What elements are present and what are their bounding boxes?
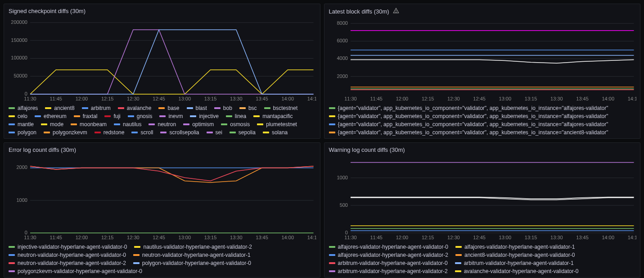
legend-swatch (74, 115, 80, 117)
legend-swatch (455, 270, 461, 272)
legend-swatch (264, 107, 270, 109)
panel-error-log[interactable]: Error log count diffs (30m) 01000200011:… (4, 142, 320, 278)
legend-item[interactable]: alfajores-validator-hyperlane-agent-vali… (455, 244, 575, 250)
legend-item[interactable]: blast (187, 105, 207, 111)
legend-label: arbitrum-validator-hyperlane-agent-valid… (338, 260, 448, 266)
legend-label: polygonzkevm (53, 129, 87, 136)
legend-item[interactable]: scrollsepolia (160, 129, 199, 136)
chart-error[interactable]: 01000200011:3011:4512:0012:1512:3012:451… (4, 157, 320, 241)
svg-text:13:00: 13:00 (179, 235, 191, 240)
legend-item[interactable]: scroll (131, 129, 153, 136)
legend-item[interactable]: neutron-validator-hyperlane-agent-valida… (9, 260, 126, 266)
legend-item[interactable]: linea (226, 113, 246, 119)
svg-text:14:15: 14:15 (307, 235, 316, 240)
legend-item[interactable]: arbitrum (82, 105, 111, 111)
legend-item[interactable]: solana (263, 129, 288, 136)
legend-item[interactable]: polygon-validator-hyperlane-agent-valida… (133, 260, 251, 266)
legend-item[interactable]: {agent="validator", app_kubernetes_io_co… (329, 113, 608, 119)
legend-item[interactable]: alfajores-validator-hyperlane-agent-vali… (329, 252, 448, 258)
legend-item[interactable]: bsctestnet (264, 105, 298, 111)
legend-item[interactable]: mantle (9, 121, 34, 128)
legend-item[interactable]: {agent="validator", app_kubernetes_io_co… (329, 129, 608, 136)
panel-signed-checkpoint[interactable]: Signed checkpoint diffs (30m) 0500001000… (4, 4, 320, 139)
legend-label: gnosis (137, 113, 153, 119)
svg-text:13:45: 13:45 (576, 235, 589, 240)
legend-item[interactable]: alfajores-validator-hyperlane-agent-vali… (329, 244, 448, 250)
legend-item[interactable]: nautilus (114, 121, 141, 128)
legend-swatch (455, 246, 462, 248)
legend-item[interactable]: {agent="validator", app_kubernetes_io_co… (329, 121, 608, 128)
legend-item[interactable]: inevm (159, 113, 183, 119)
legend-item[interactable]: arbitrum-validator-hyperlane-agent-valid… (455, 260, 574, 266)
legend-item[interactable]: neutron-validator-hyperlane-agent-valida… (9, 252, 126, 258)
legend-label: mantle (18, 121, 34, 128)
legend-swatch (35, 115, 41, 117)
legend-label: sepolia (239, 129, 256, 136)
chart-warnlog[interactable]: 0500100011:3011:4512:0012:1512:3012:4513… (324, 157, 640, 241)
legend-item[interactable]: plumetestnet (257, 121, 297, 128)
legend-warnlog[interactable]: alfajores-validator-hyperlane-agent-vali… (324, 241, 640, 277)
legend-item[interactable]: sepolia (230, 129, 256, 136)
legend-item[interactable]: arbitrum-validator-hyperlane-agent-valid… (329, 260, 448, 266)
chart-signed[interactable]: 05000010000015000020000011:3011:4512:001… (4, 18, 320, 102)
legend-swatch (239, 107, 246, 109)
legend-item[interactable]: osmosis (221, 121, 250, 128)
legend-swatch (190, 115, 196, 117)
legend-item[interactable]: redstone (95, 129, 125, 136)
panel-latest-block[interactable]: Latest block diffs (30m) 200040006000800… (324, 4, 641, 139)
svg-text:13:00: 13:00 (179, 96, 191, 101)
legend-label: alfajores-validator-hyperlane-agent-vali… (338, 244, 448, 250)
panel-warning-log[interactable]: Warning log count diffs (30m) 0500100011… (324, 142, 641, 278)
legend-error[interactable]: injective-validator-hyperlane-agent-vali… (4, 241, 320, 277)
legend-label: arbitrum (91, 105, 111, 111)
legend-item[interactable]: sei (207, 129, 222, 136)
legend-item[interactable]: mantapacific (253, 113, 293, 119)
legend-signed[interactable]: alfajoresancient8arbitrumavalanchebasebl… (4, 102, 320, 138)
legend-swatch (133, 254, 140, 256)
svg-text:12:15: 12:15 (101, 235, 113, 240)
legend-item[interactable]: arbitrum-validator-hyperlane-agent-valid… (329, 268, 448, 274)
svg-text:13:30: 13:30 (550, 96, 563, 101)
warning-icon[interactable] (393, 8, 399, 15)
legend-label: mantapacific (262, 113, 293, 119)
legend-item[interactable]: ancient8 (45, 105, 74, 111)
legend-item[interactable]: bsc (239, 105, 257, 111)
legend-item[interactable]: polygon (9, 129, 36, 136)
legend-item[interactable]: moonbeam (71, 121, 107, 128)
legend-item[interactable]: fuji (104, 113, 120, 119)
legend-swatch (329, 132, 335, 133)
legend-item[interactable]: alfajores (9, 105, 38, 111)
svg-text:13:15: 13:15 (524, 96, 537, 101)
svg-text:14:15: 14:15 (307, 96, 316, 101)
legend-item[interactable]: injective-validator-hyperlane-agent-vali… (9, 244, 127, 250)
legend-swatch (329, 262, 335, 264)
legend-label: fraxtal (83, 113, 98, 119)
legend-item[interactable]: nautilus-validator-hyperlane-agent-valid… (134, 244, 252, 250)
chart-latest[interactable]: 200040006000800011:3011:4512:0012:1512:3… (324, 19, 640, 102)
legend-item[interactable]: fraxtal (74, 113, 98, 119)
legend-item[interactable]: ethereum (35, 113, 67, 119)
legend-item[interactable]: neutron-validator-hyperlane-agent-valida… (133, 252, 251, 258)
legend-swatch (329, 115, 335, 117)
legend-swatch (226, 115, 232, 117)
legend-item[interactable]: optimism (183, 121, 214, 128)
legend-item[interactable]: bob (214, 105, 232, 111)
svg-text:13:45: 13:45 (256, 235, 268, 240)
legend-label: {agent="validator", app_kubernetes_io_co… (338, 121, 608, 128)
legend-item[interactable]: base (158, 105, 179, 111)
legend-item[interactable]: avalanche-validator-hyperlane-agent-vali… (455, 268, 579, 274)
legend-item[interactable]: injective (190, 113, 218, 119)
legend-item[interactable]: gnosis (128, 113, 153, 119)
legend-item[interactable]: polygonzkevm (44, 129, 87, 136)
legend-item[interactable]: ancient8-validator-hyperlane-agent-valid… (455, 252, 575, 258)
legend-item[interactable]: celo (9, 113, 27, 119)
svg-text:12:30: 12:30 (127, 96, 140, 101)
legend-item[interactable]: avalanche (118, 105, 152, 111)
legend-latest[interactable]: {agent="validator", app_kubernetes_io_co… (324, 102, 640, 138)
svg-text:14:00: 14:00 (282, 235, 294, 240)
legend-item[interactable]: mode (41, 121, 63, 128)
legend-item[interactable]: {agent="validator", app_kubernetes_io_co… (329, 105, 608, 111)
legend-item[interactable]: polygonzkevm-validator-hyperlane-agent-v… (9, 268, 142, 274)
legend-swatch (9, 115, 15, 117)
legend-item[interactable]: neutron (149, 121, 176, 128)
